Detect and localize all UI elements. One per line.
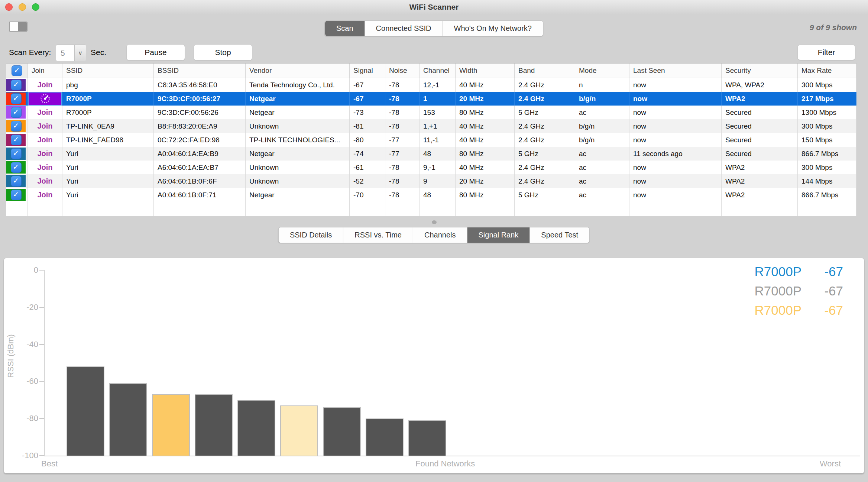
join-button[interactable]: Join	[37, 174, 52, 188]
row-checkbox[interactable]: ✓	[11, 148, 22, 159]
cell-width: 80 MHz	[456, 106, 515, 119]
cell-vendor: Unknown	[246, 174, 350, 188]
check-icon: ✓	[13, 161, 19, 174]
column-header-vendor: Vendor	[246, 64, 350, 78]
cell-signal: -80	[350, 133, 385, 147]
pause-button[interactable]: Pause	[126, 44, 185, 61]
table-row[interactable]: ✓JoinYuriA0:04:60:1B:0F:71Netgear-70-784…	[6, 188, 856, 202]
cell-signal: -61	[350, 161, 385, 174]
scan-interval-combobox[interactable]: 5 ∨	[56, 45, 86, 61]
join-cell[interactable]: Join	[28, 119, 62, 133]
row-checkbox[interactable]: ✓	[11, 190, 22, 200]
cell-noise: -78	[385, 92, 420, 106]
tab-rssi-vs-time[interactable]: RSSI vs. Time	[343, 227, 413, 243]
table-row[interactable]: ✓JoinYuriA0:04:60:1A:EA:B9Netgear-74-774…	[6, 147, 856, 161]
rssi-bar	[67, 366, 104, 456]
join-button[interactable]: Join	[37, 161, 52, 174]
join-button[interactable]: Join	[37, 147, 52, 161]
column-header-noise: Noise	[385, 64, 420, 78]
cell-ssid: TP-LINK_0EA9	[62, 119, 154, 133]
cell-band: 2.4 GHz	[515, 161, 575, 174]
signal-rank-chart: R7000P-67R7000P-67R7000P-67 0-20-40-60-8…	[4, 258, 864, 473]
speedometer-icon[interactable]	[28, 92, 62, 106]
row-color-cell: ✓	[6, 119, 28, 133]
cell-channel: 1,+1	[420, 119, 456, 133]
cell-mode: n	[575, 78, 629, 92]
table-row[interactable]: ✓JoinTP-LINK_0EA9B8:F8:83:20:0E:A9Unknow…	[6, 119, 856, 133]
join-cell[interactable]: Join	[28, 174, 62, 188]
rssi-bar	[323, 407, 361, 456]
cell-ssid: pbg	[62, 78, 154, 92]
row-color-cell: ✓	[6, 92, 28, 106]
stop-button[interactable]: Stop	[194, 44, 252, 61]
cell-ssid: R7000P	[62, 92, 154, 106]
toolbar: ScanConnected SSIDWho's On My Network? 9…	[0, 14, 868, 63]
row-checkbox[interactable]: ✓	[11, 93, 22, 104]
tab-signal-rank[interactable]: Signal Rank	[467, 227, 530, 243]
plot-area	[44, 270, 860, 456]
sidebar-toggle-icon[interactable]	[9, 22, 27, 32]
row-color-cell: ✓	[6, 147, 28, 161]
y-tick-label: -100	[4, 451, 38, 460]
row-checkbox[interactable]: ✓	[11, 135, 22, 145]
table-row[interactable]: ✓JoinpbgC8:3A:35:46:58:E0Tenda Technolog…	[6, 78, 856, 92]
check-icon: ✓	[13, 147, 19, 160]
row-checkbox[interactable]: ✓	[11, 176, 22, 187]
column-header-band: Band	[515, 64, 575, 78]
join-cell[interactable]: Join	[28, 133, 62, 147]
join-cell[interactable]: Join	[28, 147, 62, 161]
cell-mode: ac	[575, 106, 629, 119]
cell-channel: 11,-1	[420, 133, 456, 147]
cell-band: 2.4 GHz	[515, 174, 575, 188]
cell-bssid: A0:04:60:1A:EA:B9	[154, 147, 246, 161]
table-row[interactable]: ✓JoinR7000P9C:3D:CF:00:56:26Netgear-73-7…	[6, 106, 856, 119]
join-cell[interactable]: Join	[28, 78, 62, 92]
cell-signal: -73	[350, 106, 385, 119]
tab-ssid-details[interactable]: SSID Details	[279, 227, 343, 243]
row-checkbox[interactable]: ✓	[11, 80, 22, 90]
table-row[interactable]: ✓JoinTP-LINK_FAED980C:72:2C:FA:ED:98TP-L…	[6, 133, 856, 147]
column-header-width: Width	[456, 64, 515, 78]
cell-max-rate: 150 Mbps	[798, 133, 856, 147]
table-row[interactable]: ✓JoinYuriA6:04:60:1A:EA:B7Unknown-61-789…	[6, 161, 856, 174]
join-button[interactable]: Join	[37, 106, 52, 119]
tab-scan[interactable]: Scan	[325, 21, 365, 36]
join-button[interactable]: Join	[37, 188, 52, 202]
cell-ssid: Yuri	[62, 174, 154, 188]
tab-speed-test[interactable]: Speed Test	[530, 227, 589, 243]
cell-bssid: 9C:3D:CF:00:56:27	[154, 92, 246, 106]
join-cell[interactable]: Join	[28, 188, 62, 202]
cell-mode: b/g/n	[575, 92, 629, 106]
y-tick-mark	[39, 418, 44, 419]
cell-mode: ac	[575, 147, 629, 161]
tab-who-s-on-my-network[interactable]: Who's On My Network?	[443, 21, 543, 36]
join-button[interactable]: Join	[37, 119, 52, 133]
row-color-swatch: ✓	[6, 120, 26, 132]
check-icon: ✓	[13, 78, 19, 91]
tab-connected-ssid[interactable]: Connected SSID	[365, 21, 443, 36]
join-cell[interactable]: Join	[28, 161, 62, 174]
chevron-down-icon[interactable]: ∨	[74, 45, 86, 61]
cell-signal: -70	[350, 188, 385, 202]
join-button[interactable]: Join	[37, 78, 52, 92]
y-tick-mark	[39, 307, 44, 308]
row-checkbox[interactable]: ✓	[11, 121, 22, 132]
table-row[interactable]: ✓R7000P9C:3D:CF:00:56:27Netgear-67-78120…	[6, 92, 856, 106]
splitter-handle-icon[interactable]	[432, 220, 437, 224]
row-checkbox[interactable]: ✓	[11, 162, 22, 173]
cell-max-rate: 1300 Mbps	[798, 106, 856, 119]
row-color-cell: ✓	[6, 78, 28, 92]
join-button[interactable]: Join	[37, 133, 52, 147]
cell-last-seen: now	[629, 161, 722, 174]
table-row[interactable]: ✓JoinYuriA6:04:60:1B:0F:6FUnknown-52-789…	[6, 174, 856, 188]
select-all-checkbox[interactable]: ✓	[12, 65, 22, 76]
row-checkbox[interactable]: ✓	[11, 107, 22, 118]
check-icon: ✓	[13, 174, 19, 188]
rssi-bar	[366, 418, 404, 456]
tab-channels[interactable]: Channels	[413, 227, 467, 243]
cell-signal: -67	[350, 78, 385, 92]
join-cell[interactable]: Join	[28, 106, 62, 119]
cell-vendor: Unknown	[246, 119, 350, 133]
filter-button[interactable]: Filter	[797, 45, 855, 60]
column-header-last-seen: Last Seen	[629, 64, 722, 78]
